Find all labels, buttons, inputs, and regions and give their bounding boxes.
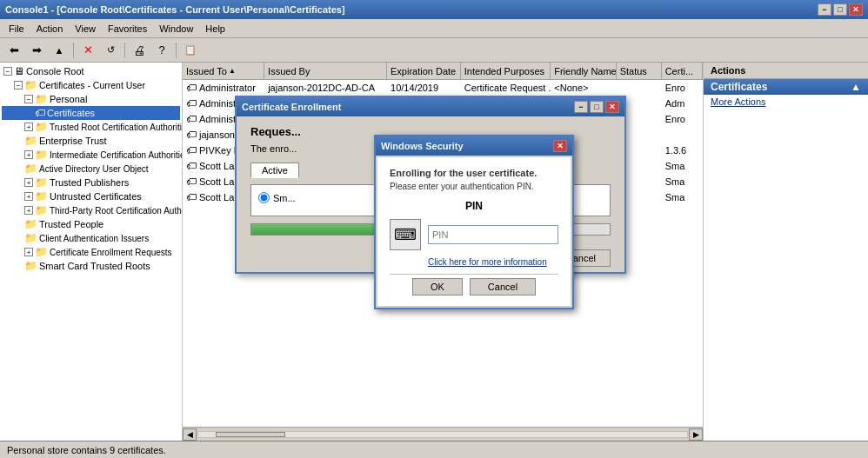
- col-header-cert[interactable]: Certi...: [662, 63, 703, 79]
- tree-item-personal[interactable]: − 📁 Personal: [2, 92, 180, 106]
- tree-label-trusted-people: Trusted People: [39, 219, 103, 229]
- menu-file[interactable]: File: [3, 22, 30, 36]
- minimize-button[interactable]: −: [818, 3, 831, 16]
- expand-trusted-pub[interactable]: +: [24, 178, 33, 187]
- tree-item-smart-card[interactable]: 📁 Smart Card Trusted Roots: [2, 259, 180, 273]
- actions-panel-title: Actions: [711, 65, 745, 76]
- col-header-intended[interactable]: Intended Purposes: [461, 63, 551, 79]
- tree-item-console-root[interactable]: − 🖥 Console Root: [2, 64, 180, 78]
- menu-view[interactable]: View: [70, 22, 101, 36]
- export-button[interactable]: 🖨: [129, 41, 150, 60]
- tree-panel: − 🖥 Console Root − 📁 Certificates - Curr…: [0, 63, 183, 441]
- tree-item-third-party[interactable]: + 📁 Third-Party Root Certification Autho…: [2, 203, 180, 217]
- tree-item-trusted-pub[interactable]: + 📁 Trusted Publishers: [2, 176, 180, 189]
- up-button[interactable]: ▲: [49, 41, 70, 60]
- tree-item-client-auth[interactable]: 📁 Client Authentication Issuers: [2, 231, 180, 245]
- properties-button[interactable]: 📋: [180, 41, 201, 60]
- winsec-title-text: Windows Security: [381, 141, 464, 151]
- more-actions-link[interactable]: More Actions: [704, 95, 868, 109]
- back-button[interactable]: ⬅: [3, 41, 24, 60]
- tree-item-active-dir[interactable]: 📁 Active Directory User Object: [2, 162, 180, 176]
- expand-cert-enrollment[interactable]: +: [24, 248, 33, 256]
- windows-security-modal: Windows Security ✕ Enrolling for the use…: [374, 135, 574, 309]
- tree-item-intermediate-ca[interactable]: + 📁 Intermediate Certification Authoriti…: [2, 148, 180, 162]
- window-controls: − □ ✕: [818, 3, 863, 16]
- menu-window[interactable]: Window: [154, 22, 198, 36]
- col-header-friendly[interactable]: Friendly Name: [551, 63, 616, 79]
- col-header-issued-to[interactable]: Issued To ▲: [183, 63, 264, 79]
- winsec-ok-btn[interactable]: OK: [412, 278, 463, 295]
- sort-arrow-issued-to: ▲: [229, 67, 236, 75]
- tree-label-trusted-root: Trusted Root Certification Authorities: [50, 123, 183, 132]
- cert-row-icon8: 🏷: [186, 191, 197, 203]
- actions-collapse-btn[interactable]: ▲: [851, 81, 861, 93]
- actions-section-title: Certificates ▲: [704, 79, 868, 95]
- tree-label-smart-card: Smart Card Trusted Roots: [39, 261, 150, 271]
- tree-item-untrusted[interactable]: + 📁 Untrusted Certificates: [2, 189, 180, 203]
- expand-intermediate-ca[interactable]: +: [24, 150, 33, 159]
- cert-row-icon7: 🏷: [186, 176, 197, 188]
- cert-enrollment-minimize[interactable]: −: [574, 101, 588, 113]
- tree-item-certificates[interactable]: 🏷 Certificates: [2, 106, 180, 120]
- col-header-expiration[interactable]: Expiration Date: [387, 63, 461, 79]
- expand-trusted-root[interactable]: +: [24, 123, 33, 131]
- winsec-enroll-text: Enrolling for the user certificate.: [390, 168, 558, 178]
- forward-button[interactable]: ➡: [26, 41, 47, 60]
- tree-item-enterprise-trust[interactable]: 📁 Enterprise Trust: [2, 134, 180, 148]
- scroll-left-btn[interactable]: ◀: [183, 428, 197, 441]
- expand-certs-current-user[interactable]: −: [14, 81, 23, 90]
- scroll-right-btn[interactable]: ▶: [689, 428, 703, 441]
- pin-info-link[interactable]: Click here for more information: [428, 257, 558, 267]
- title-bar: Console1 - [Console Root\Certificates - …: [0, 0, 868, 19]
- expand-console-root[interactable]: −: [3, 67, 12, 76]
- scrollbar-thumb[interactable]: [216, 432, 285, 437]
- table-row[interactable]: 🏷Administrator jajanson-2012DC-AD-CA 10/…: [183, 80, 703, 96]
- cert-row-icon2: 🏷: [186, 97, 197, 110]
- close-button[interactable]: ✕: [849, 3, 863, 16]
- menu-favorites[interactable]: Favorites: [103, 22, 152, 36]
- col-header-status[interactable]: Status: [617, 63, 662, 79]
- certificates-icon: 🏷: [35, 107, 45, 119]
- expand-untrusted[interactable]: +: [24, 192, 33, 201]
- trusted-pub-icon: 📁: [35, 176, 48, 189]
- toolbar-separator3: [176, 43, 177, 58]
- winsec-close-btn[interactable]: ✕: [553, 140, 567, 152]
- help-button[interactable]: ?: [151, 41, 172, 60]
- tree-item-certs-current-user[interactable]: − 📁 Certificates - Current User: [2, 78, 180, 92]
- winsec-sub-text: Please enter your authentication PIN.: [390, 182, 558, 191]
- expand-third-party[interactable]: +: [24, 206, 33, 215]
- smart-card-radio[interactable]: [258, 192, 270, 203]
- pin-input[interactable]: [428, 225, 558, 244]
- expand-personal[interactable]: −: [24, 95, 33, 103]
- tree-label-personal: Personal: [50, 94, 87, 104]
- tree-label-intermediate-ca: Intermediate Certification Authorities: [50, 150, 183, 160]
- personal-icon: 📁: [35, 93, 48, 105]
- tree-item-cert-enrollment[interactable]: + 📁 Certificate Enrollment Requests: [2, 245, 180, 259]
- trusted-root-icon: 📁: [35, 121, 48, 133]
- menu-action[interactable]: Action: [31, 22, 69, 36]
- refresh-button[interactable]: ↺: [100, 41, 121, 60]
- tree-item-trusted-people[interactable]: 📁 Trusted People: [2, 217, 180, 231]
- active-tab[interactable]: Active: [250, 163, 299, 178]
- cert-enrollment-title-bar: Certificate Enrollment − □ ✕: [237, 97, 624, 116]
- toolbar: ⬅ ➡ ▲ ✕ ↺ 🖨 ? 📋: [0, 38, 868, 63]
- client-auth-icon: 📁: [24, 232, 37, 244]
- cert-enrollment-restore[interactable]: □: [590, 101, 604, 113]
- restore-button[interactable]: □: [833, 3, 847, 16]
- status-text: Personal store contains 9 certificates.: [7, 445, 166, 455]
- tree-item-trusted-root[interactable]: + 📁 Trusted Root Certification Authoriti…: [2, 120, 180, 134]
- enterprise-trust-icon: 📁: [24, 135, 37, 147]
- tree-label-cert-enrollment: Certificate Enrollment Requests: [50, 248, 172, 257]
- column-headers: Issued To ▲ Issued By Expiration Date In…: [183, 63, 703, 80]
- toolbar-separator: [73, 43, 74, 58]
- scrollbar-x[interactable]: ◀ ▶: [183, 427, 703, 441]
- stop-button[interactable]: ✕: [77, 41, 98, 60]
- col-header-issued-by[interactable]: Issued By: [264, 63, 387, 79]
- winsec-cancel-btn[interactable]: Cancel: [470, 278, 536, 295]
- tree-label-certificates: Certificates: [47, 108, 95, 118]
- scrollbar-track[interactable]: [197, 431, 688, 438]
- cert-enrollment-close[interactable]: ✕: [605, 101, 619, 113]
- radio-label: Sm...: [273, 193, 296, 203]
- smart-card-icon: 📁: [24, 260, 37, 272]
- menu-help[interactable]: Help: [200, 22, 230, 36]
